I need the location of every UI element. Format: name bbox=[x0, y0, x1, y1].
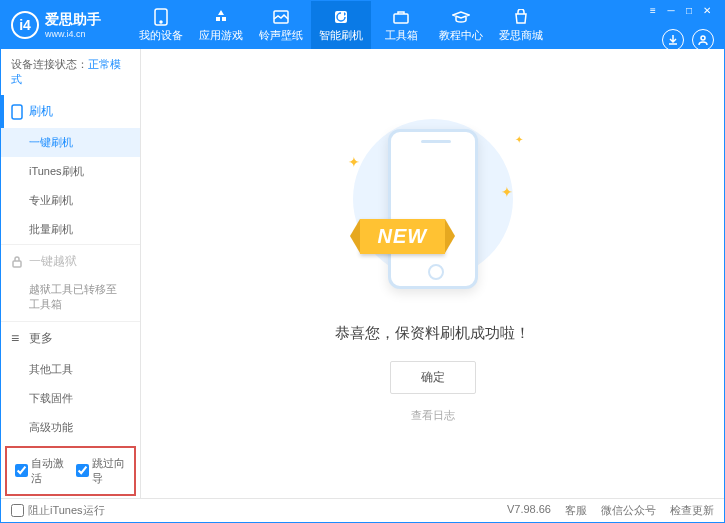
svg-point-5 bbox=[701, 36, 705, 40]
main-content: ✦ ✦ ✦ NEW 恭喜您，保资料刷机成功啦！ 确定 查看日志 bbox=[141, 49, 724, 498]
nav-my-device[interactable]: 我的设备 bbox=[131, 1, 191, 49]
sidebar-more-header[interactable]: 更多 bbox=[1, 322, 140, 355]
phone-icon bbox=[11, 104, 23, 120]
apps-icon bbox=[212, 8, 230, 26]
confirm-button[interactable]: 确定 bbox=[390, 361, 476, 394]
tutorial-icon bbox=[452, 8, 470, 26]
header-controls: ≡ ─ □ ✕ bbox=[648, 5, 716, 15]
flash-icon bbox=[332, 8, 350, 26]
nav-apps[interactable]: 应用游戏 bbox=[191, 1, 251, 49]
auto-activate-checkbox[interactable]: 自动激活 bbox=[15, 456, 66, 486]
view-log-link[interactable]: 查看日志 bbox=[411, 408, 455, 423]
download-icon[interactable] bbox=[662, 29, 684, 51]
logo-icon: i4 bbox=[11, 11, 39, 39]
main-nav: 我的设备 应用游戏 铃声壁纸 智能刷机 工具箱 教程中心 爱思商城 bbox=[131, 1, 551, 49]
wechat-link[interactable]: 微信公众号 bbox=[601, 503, 656, 518]
success-illustration: ✦ ✦ ✦ NEW bbox=[368, 124, 498, 304]
sidebar-item-other[interactable]: 其他工具 bbox=[1, 355, 140, 384]
svg-rect-4 bbox=[394, 14, 408, 23]
svg-point-1 bbox=[160, 21, 162, 23]
maximize-icon[interactable]: □ bbox=[684, 5, 694, 15]
sidebar-jailbreak-header[interactable]: 一键越狱 bbox=[1, 245, 140, 278]
version-label: V7.98.66 bbox=[507, 503, 551, 518]
skip-guide-checkbox[interactable]: 跳过向导 bbox=[76, 456, 127, 486]
user-icon[interactable] bbox=[692, 29, 714, 51]
new-ribbon: NEW bbox=[360, 219, 446, 254]
wallpaper-icon bbox=[272, 8, 290, 26]
nav-tutorials[interactable]: 教程中心 bbox=[431, 1, 491, 49]
block-itunes-checkbox[interactable]: 阻止iTunes运行 bbox=[11, 503, 105, 518]
service-link[interactable]: 客服 bbox=[565, 503, 587, 518]
store-icon bbox=[512, 8, 530, 26]
nav-flash[interactable]: 智能刷机 bbox=[311, 1, 371, 49]
nav-toolbox[interactable]: 工具箱 bbox=[371, 1, 431, 49]
toolbox-icon bbox=[392, 8, 410, 26]
success-message: 恭喜您，保资料刷机成功啦！ bbox=[335, 324, 530, 343]
sidebar-item-advanced[interactable]: 高级功能 bbox=[1, 413, 140, 442]
lock-icon bbox=[11, 256, 23, 268]
sidebar-item-itunes[interactable]: iTunes刷机 bbox=[1, 157, 140, 186]
jailbreak-note: 越狱工具已转移至 工具箱 bbox=[1, 278, 140, 321]
close-icon[interactable]: ✕ bbox=[702, 5, 712, 15]
nav-ringtones[interactable]: 铃声壁纸 bbox=[251, 1, 311, 49]
app-url: www.i4.cn bbox=[45, 29, 101, 39]
footer: 阻止iTunes运行 V7.98.66 客服 微信公众号 检查更新 bbox=[1, 498, 724, 522]
svg-rect-6 bbox=[12, 105, 22, 119]
hamburger-icon bbox=[11, 330, 23, 346]
sidebar: 设备连接状态：正常模式 刷机 一键刷机 iTunes刷机 专业刷机 批量刷机 一… bbox=[1, 49, 141, 498]
sidebar-item-download[interactable]: 下载固件 bbox=[1, 384, 140, 413]
sidebar-flash-header[interactable]: 刷机 bbox=[1, 95, 140, 128]
update-link[interactable]: 检查更新 bbox=[670, 503, 714, 518]
sidebar-item-oneclick[interactable]: 一键刷机 bbox=[1, 128, 140, 157]
app-header: i4 爱思助手 www.i4.cn 我的设备 应用游戏 铃声壁纸 智能刷机 工具… bbox=[1, 1, 724, 49]
sidebar-item-pro[interactable]: 专业刷机 bbox=[1, 186, 140, 215]
app-name: 爱思助手 bbox=[45, 11, 101, 29]
connection-status: 设备连接状态：正常模式 bbox=[1, 49, 140, 95]
nav-store[interactable]: 爱思商城 bbox=[491, 1, 551, 49]
minimize-icon[interactable]: ─ bbox=[666, 5, 676, 15]
options-box: 自动激活 跳过向导 bbox=[5, 446, 136, 496]
svg-rect-7 bbox=[13, 261, 21, 267]
sidebar-item-batch[interactable]: 批量刷机 bbox=[1, 215, 140, 244]
phone-icon bbox=[152, 8, 170, 26]
menu-icon[interactable]: ≡ bbox=[648, 5, 658, 15]
logo: i4 爱思助手 www.i4.cn bbox=[1, 11, 131, 39]
